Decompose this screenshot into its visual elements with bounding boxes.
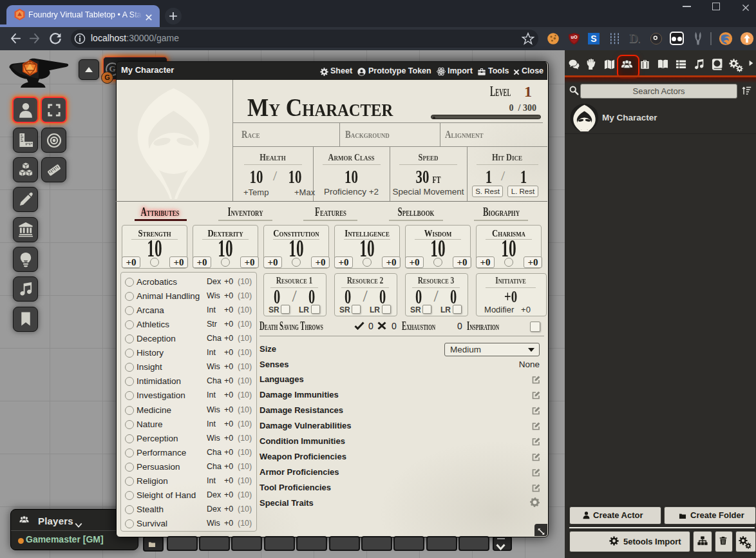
- svg-text:uO: uO: [571, 34, 577, 40]
